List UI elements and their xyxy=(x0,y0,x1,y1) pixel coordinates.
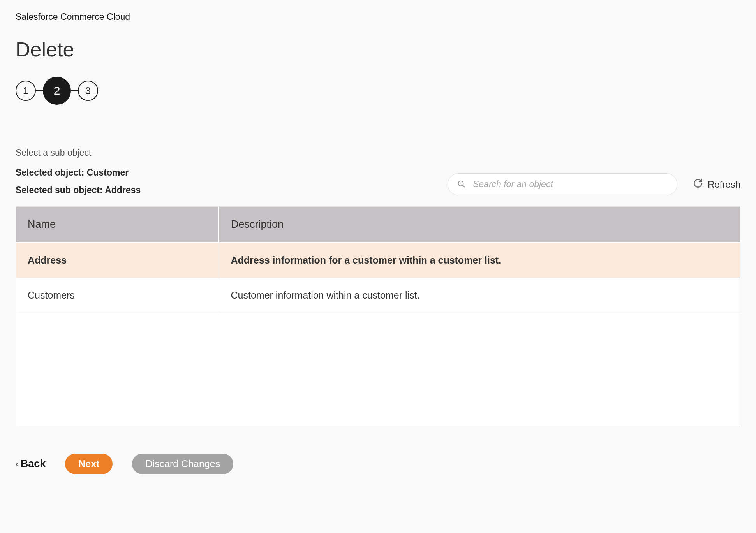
step-connector xyxy=(36,90,43,91)
refresh-label: Refresh xyxy=(708,179,740,190)
object-table: Name Description Address Address informa… xyxy=(16,206,740,426)
next-button[interactable]: Next xyxy=(65,454,113,474)
selected-object-label: Selected object: Customer xyxy=(16,167,141,178)
prompt-text: Select a sub object xyxy=(16,148,740,158)
column-header-description[interactable]: Description xyxy=(219,207,740,243)
search-input[interactable] xyxy=(448,173,677,195)
table-empty-space xyxy=(16,313,740,426)
breadcrumb-link[interactable]: Salesforce Commerce Cloud xyxy=(16,12,130,22)
page-title: Delete xyxy=(16,38,740,61)
cell-name: Customers xyxy=(16,278,219,313)
discard-changes-button[interactable]: Discard Changes xyxy=(132,454,233,474)
refresh-button[interactable]: Refresh xyxy=(693,178,740,191)
back-label: Back xyxy=(21,458,46,470)
table-row[interactable]: Address Address information for a custom… xyxy=(16,243,740,278)
step-connector xyxy=(71,90,78,91)
stepper: 1 2 3 xyxy=(16,77,740,105)
chevron-left-icon: ‹ xyxy=(16,459,18,468)
refresh-icon xyxy=(693,178,703,191)
svg-line-1 xyxy=(463,185,464,187)
svg-point-0 xyxy=(458,181,463,186)
search-icon xyxy=(457,179,465,190)
column-header-name[interactable]: Name xyxy=(16,207,219,243)
step-3[interactable]: 3 xyxy=(78,81,98,101)
back-button[interactable]: ‹ Back xyxy=(16,458,46,470)
table-row[interactable]: Customers Customer information within a … xyxy=(16,278,740,313)
cell-description: Address information for a customer withi… xyxy=(219,243,740,278)
step-1[interactable]: 1 xyxy=(16,81,36,101)
cell-description: Customer information within a customer l… xyxy=(219,278,740,313)
cell-name: Address xyxy=(16,243,219,278)
step-2[interactable]: 2 xyxy=(43,77,71,105)
selected-sub-object-label: Selected sub object: Address xyxy=(16,185,141,195)
